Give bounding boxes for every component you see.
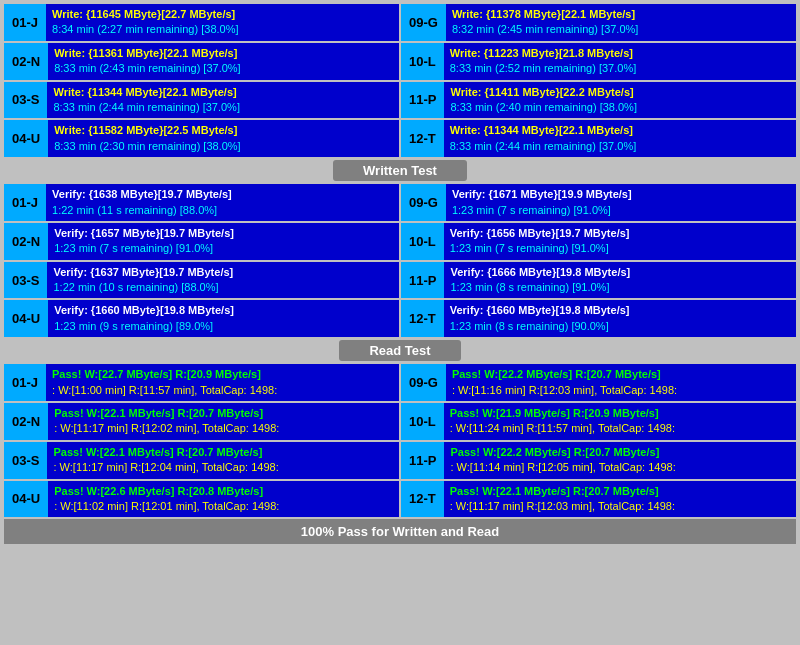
cell-id-02-n: 02-N xyxy=(4,43,48,80)
cell-id-10-l: 10-L xyxy=(401,403,444,440)
read-grid: 01-JPass! W:[22.7 MByte/s] R:[20.9 MByte… xyxy=(4,364,796,517)
cell-content-09-g: Pass! W:[22.2 MByte/s] R:[20.7 MByte/s]:… xyxy=(446,364,796,401)
footer-status: 100% Pass for Written and Read xyxy=(4,519,796,544)
write-grid: 01-JWrite: {11645 MByte}[22.7 MByte/s]8:… xyxy=(4,4,796,157)
cell-line1: Pass! W:[22.7 MByte/s] R:[20.9 MByte/s] xyxy=(52,367,393,382)
cell-id-12-t: 12-T xyxy=(401,300,444,337)
cell-id-04-u: 04-U xyxy=(4,300,48,337)
cell-row-04-u: 04-UPass! W:[22.6 MByte/s] R:[20.8 MByte… xyxy=(4,481,399,518)
cell-line1: Pass! W:[22.1 MByte/s] R:[20.7 MByte/s] xyxy=(53,445,393,460)
cell-content-09-g: Verify: {1671 MByte}[19.9 MByte/s]1:23 m… xyxy=(446,184,796,221)
main-container: 01-JWrite: {11645 MByte}[22.7 MByte/s]8:… xyxy=(0,0,800,548)
cell-row-12-t: 12-TVerify: {1660 MByte}[19.8 MByte/s]1:… xyxy=(401,300,796,337)
cell-id-01-j: 01-J xyxy=(4,4,46,41)
verify-section: 01-JVerify: {1638 MByte}[19.7 MByte/s]1:… xyxy=(4,184,796,337)
cell-line2: 8:33 min (2:40 min remaining) [38.0%] xyxy=(450,100,790,115)
cell-row-04-u: 04-UVerify: {1660 MByte}[19.8 MByte/s]1:… xyxy=(4,300,399,337)
cell-content-12-t: Verify: {1660 MByte}[19.8 MByte/s]1:23 m… xyxy=(444,300,796,337)
cell-row-04-u: 04-UWrite: {11582 MByte}[22.5 MByte/s]8:… xyxy=(4,120,399,157)
cell-id-10-l: 10-L xyxy=(401,223,444,260)
cell-content-11-p: Verify: {1666 MByte}[19.8 MByte/s]1:23 m… xyxy=(444,262,796,299)
cell-id-02-n: 02-N xyxy=(4,223,48,260)
cell-content-01-j: Write: {11645 MByte}[22.7 MByte/s]8:34 m… xyxy=(46,4,399,41)
cell-line1: Write: {11645 MByte}[22.7 MByte/s] xyxy=(52,7,393,22)
cell-line1: Pass! W:[22.2 MByte/s] R:[20.7 MByte/s] xyxy=(450,445,790,460)
cell-id-11-p: 11-P xyxy=(401,82,444,119)
cell-row-09-g: 09-GPass! W:[22.2 MByte/s] R:[20.7 MByte… xyxy=(401,364,796,401)
cell-content-01-j: Verify: {1638 MByte}[19.7 MByte/s]1:22 m… xyxy=(46,184,399,221)
cell-row-02-n: 02-NWrite: {11361 MByte}[22.1 MByte/s]8:… xyxy=(4,43,399,80)
cell-row-11-p: 11-PWrite: {11411 MByte}[22.2 MByte/s]8:… xyxy=(401,82,796,119)
cell-row-09-g: 09-GVerify: {1671 MByte}[19.9 MByte/s]1:… xyxy=(401,184,796,221)
cell-line2: 1:23 min (8 s remaining) [90.0%] xyxy=(450,319,790,334)
cell-row-01-j: 01-JPass! W:[22.7 MByte/s] R:[20.9 MByte… xyxy=(4,364,399,401)
cell-content-12-t: Pass! W:[22.1 MByte/s] R:[20.7 MByte/s]:… xyxy=(444,481,796,518)
cell-row-01-j: 01-JVerify: {1638 MByte}[19.7 MByte/s]1:… xyxy=(4,184,399,221)
cell-content-02-n: Write: {11361 MByte}[22.1 MByte/s]8:33 m… xyxy=(48,43,399,80)
cell-line2: 1:23 min (7 s remaining) [91.0%] xyxy=(450,241,790,256)
cell-id-03-s: 03-S xyxy=(4,442,47,479)
cell-line1: Verify: {1666 MByte}[19.8 MByte/s] xyxy=(450,265,790,280)
cell-content-02-n: Pass! W:[22.1 MByte/s] R:[20.7 MByte/s]:… xyxy=(48,403,399,440)
cell-line2: : W:[11:17 min] R:[12:04 min], TotalCap:… xyxy=(53,460,393,475)
cell-line1: Write: {11378 MByte}[22.1 MByte/s] xyxy=(452,7,790,22)
cell-row-10-l: 10-LPass! W:[21.9 MByte/s] R:[20.9 MByte… xyxy=(401,403,796,440)
cell-id-09-g: 09-G xyxy=(401,184,446,221)
cell-row-09-g: 09-GWrite: {11378 MByte}[22.1 MByte/s]8:… xyxy=(401,4,796,41)
cell-line1: Write: {11411 MByte}[22.2 MByte/s] xyxy=(450,85,790,100)
cell-content-04-u: Write: {11582 MByte}[22.5 MByte/s]8:33 m… xyxy=(48,120,399,157)
cell-line1: Verify: {1660 MByte}[19.8 MByte/s] xyxy=(450,303,790,318)
cell-row-12-t: 12-TPass! W:[22.1 MByte/s] R:[20.7 MByte… xyxy=(401,481,796,518)
cell-line1: Verify: {1637 MByte}[19.7 MByte/s] xyxy=(53,265,393,280)
cell-content-09-g: Write: {11378 MByte}[22.1 MByte/s]8:32 m… xyxy=(446,4,796,41)
cell-line2: 1:23 min (9 s remaining) [89.0%] xyxy=(54,319,393,334)
cell-row-12-t: 12-TWrite: {11344 MByte}[22.1 MByte/s]8:… xyxy=(401,120,796,157)
cell-line1: Pass! W:[22.1 MByte/s] R:[20.7 MByte/s] xyxy=(450,484,790,499)
cell-line2: : W:[11:02 min] R:[12:01 min], TotalCap:… xyxy=(54,499,393,514)
cell-content-03-s: Pass! W:[22.1 MByte/s] R:[20.7 MByte/s]:… xyxy=(47,442,399,479)
cell-row-01-j: 01-JWrite: {11645 MByte}[22.7 MByte/s]8:… xyxy=(4,4,399,41)
cell-content-02-n: Verify: {1657 MByte}[19.7 MByte/s]1:23 m… xyxy=(48,223,399,260)
cell-content-11-p: Pass! W:[22.2 MByte/s] R:[20.7 MByte/s]:… xyxy=(444,442,796,479)
cell-row-03-s: 03-SPass! W:[22.1 MByte/s] R:[20.7 MByte… xyxy=(4,442,399,479)
cell-row-11-p: 11-PVerify: {1666 MByte}[19.8 MByte/s]1:… xyxy=(401,262,796,299)
cell-content-04-u: Pass! W:[22.6 MByte/s] R:[20.8 MByte/s]:… xyxy=(48,481,399,518)
cell-id-03-s: 03-S xyxy=(4,82,47,119)
cell-line1: Verify: {1657 MByte}[19.7 MByte/s] xyxy=(54,226,393,241)
cell-line1: Write: {11361 MByte}[22.1 MByte/s] xyxy=(54,46,393,61)
cell-content-03-s: Write: {11344 MByte}[22.1 MByte/s]8:33 m… xyxy=(47,82,399,119)
cell-line2: 8:33 min (2:30 min remaining) [38.0%] xyxy=(54,139,393,154)
cell-id-03-s: 03-S xyxy=(4,262,47,299)
cell-line2: 1:23 min (8 s remaining) [91.0%] xyxy=(450,280,790,295)
cell-line2: 8:33 min (2:43 min remaining) [37.0%] xyxy=(54,61,393,76)
cell-line2: 8:33 min (2:52 min remaining) [37.0%] xyxy=(450,61,790,76)
cell-line2: : W:[11:14 min] R:[12:05 min], TotalCap:… xyxy=(450,460,790,475)
cell-row-03-s: 03-SWrite: {11344 MByte}[22.1 MByte/s]8:… xyxy=(4,82,399,119)
cell-line2: 8:33 min (2:44 min remaining) [37.0%] xyxy=(53,100,393,115)
cell-row-10-l: 10-LWrite: {11223 MByte}[21.8 MByte/s]8:… xyxy=(401,43,796,80)
cell-line2: : W:[11:16 min] R:[12:03 min], TotalCap:… xyxy=(452,383,790,398)
cell-content-04-u: Verify: {1660 MByte}[19.8 MByte/s]1:23 m… xyxy=(48,300,399,337)
cell-id-02-n: 02-N xyxy=(4,403,48,440)
cell-line2: 1:23 min (7 s remaining) [91.0%] xyxy=(452,203,790,218)
cell-line2: : W:[11:17 min] R:[12:03 min], TotalCap:… xyxy=(450,499,790,514)
cell-line1: Verify: {1671 MByte}[19.9 MByte/s] xyxy=(452,187,790,202)
cell-content-10-l: Pass! W:[21.9 MByte/s] R:[20.9 MByte/s]:… xyxy=(444,403,796,440)
cell-id-10-l: 10-L xyxy=(401,43,444,80)
cell-line2: 8:34 min (2:27 min remaining) [38.0%] xyxy=(52,22,393,37)
verify-grid: 01-JVerify: {1638 MByte}[19.7 MByte/s]1:… xyxy=(4,184,796,337)
cell-line2: 8:32 min (2:45 min remaining) [37.0%] xyxy=(452,22,790,37)
cell-line2: 1:22 min (10 s remaining) [88.0%] xyxy=(53,280,393,295)
cell-id-09-g: 09-G xyxy=(401,4,446,41)
cell-line1: Pass! W:[22.1 MByte/s] R:[20.7 MByte/s] xyxy=(54,406,393,421)
cell-row-11-p: 11-PPass! W:[22.2 MByte/s] R:[20.7 MByte… xyxy=(401,442,796,479)
cell-row-02-n: 02-NPass! W:[22.1 MByte/s] R:[20.7 MByte… xyxy=(4,403,399,440)
cell-id-11-p: 11-P xyxy=(401,262,444,299)
cell-line2: : W:[11:00 min] R:[11:57 min], TotalCap:… xyxy=(52,383,393,398)
cell-row-03-s: 03-SVerify: {1637 MByte}[19.7 MByte/s]1:… xyxy=(4,262,399,299)
cell-line1: Write: {11344 MByte}[22.1 MByte/s] xyxy=(53,85,393,100)
cell-line1: Pass! W:[21.9 MByte/s] R:[20.9 MByte/s] xyxy=(450,406,790,421)
cell-content-11-p: Write: {11411 MByte}[22.2 MByte/s]8:33 m… xyxy=(444,82,796,119)
read-section: 01-JPass! W:[22.7 MByte/s] R:[20.9 MByte… xyxy=(4,364,796,517)
cell-content-10-l: Write: {11223 MByte}[21.8 MByte/s]8:33 m… xyxy=(444,43,796,80)
